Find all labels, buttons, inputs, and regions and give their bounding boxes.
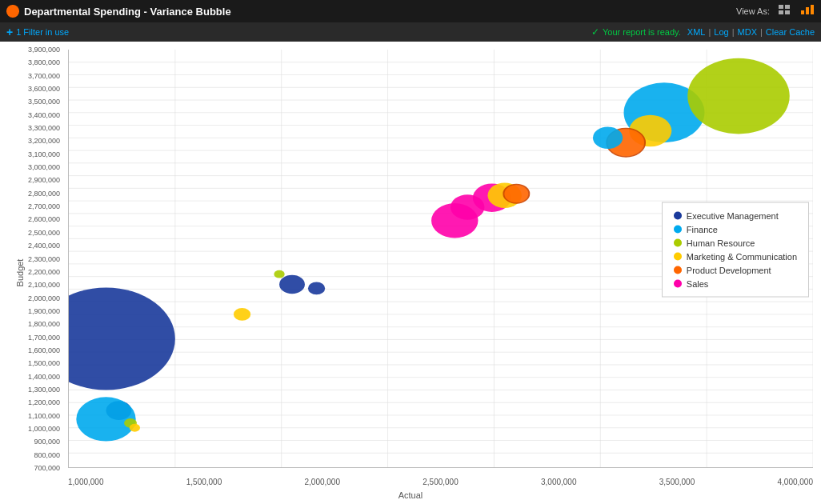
legend-dot-proddev [674, 266, 682, 274]
y-label-6: 3,300,000 [28, 124, 60, 132]
y-label-10: 2,900,000 [28, 176, 60, 184]
mdx-link[interactable]: MDX [738, 27, 757, 37]
legend-dot-exec [674, 212, 682, 220]
filter-right: ✓ Your report is ready. XML | Log | MDX … [591, 26, 815, 38]
svg-rect-5 [785, 10, 790, 14]
y-label-18: 2,100,000 [28, 281, 60, 289]
y-label-0: 3,900,000 [28, 46, 60, 54]
filter-bar: + 1 Filter in use ✓ Your report is ready… [0, 22, 821, 42]
legend-item-exec: Executive Management [674, 211, 797, 221]
y-label-21: 1,800,000 [28, 320, 60, 328]
svg-rect-2 [779, 5, 783, 9]
y-label-9: 3,000,000 [28, 163, 60, 171]
filter-left: + 1 Filter in use [6, 26, 69, 38]
legend-item-mktg: Marketing & Communication [674, 252, 797, 262]
xml-link[interactable]: XML [687, 27, 706, 37]
y-label-30: 900,000 [34, 438, 60, 446]
bubble-finance-small-top[interactable] [593, 127, 623, 150]
page-title: Departmental Spending - Variance Bubble [24, 6, 231, 18]
x-axis: 1,000,000 1,500,000 2,000,000 2,500,000 … [68, 478, 813, 486]
checkmark-icon: ✓ [591, 26, 599, 38]
svg-rect-3 [785, 5, 790, 9]
app-icon [6, 5, 19, 18]
legend: Executive Management Finance Human Resou… [662, 202, 809, 298]
y-label-19: 2,000,000 [28, 294, 60, 302]
x-label-6: 4,000,000 [778, 478, 814, 486]
svg-rect-8 [811, 5, 814, 14]
title-right: View As: [736, 4, 815, 18]
add-filter-icon[interactable]: + [6, 26, 13, 38]
legend-label-finance: Finance [687, 225, 718, 234]
y-label-15: 2,400,000 [28, 242, 60, 250]
filter-count[interactable]: 1 Filter in use [16, 27, 69, 37]
sep2: | [732, 27, 735, 37]
svg-rect-6 [801, 10, 804, 14]
legend-label-sales: Sales [687, 279, 709, 289]
y-label-1: 3,800,000 [28, 58, 60, 66]
legend-item-sales: Sales [674, 279, 797, 289]
chart-container: Budget [0, 42, 821, 504]
y-label-12: 2,700,000 [28, 202, 60, 210]
y-label-22: 1,700,000 [28, 334, 60, 342]
x-label-0: 1,000,000 [68, 478, 104, 486]
y-label-28: 1,100,000 [28, 412, 60, 420]
x-label-5: 3,500,000 [659, 478, 695, 486]
legend-dot-sales [674, 280, 682, 288]
legend-item-finance: Finance [674, 225, 797, 234]
y-label-20: 1,900,000 [28, 307, 60, 315]
y-label-3: 3,600,000 [28, 85, 60, 93]
y-label-29: 1,000,000 [28, 425, 60, 433]
title-left: Departmental Spending - Variance Bubble [6, 5, 231, 18]
bubble-exec-small2[interactable] [308, 282, 325, 295]
legend-dot-finance [674, 226, 682, 234]
y-label-2: 3,700,000 [28, 72, 60, 80]
svg-point-1 [10, 9, 15, 14]
y-label-5: 3,400,000 [28, 111, 60, 119]
y-label-26: 1,300,000 [28, 386, 60, 394]
y-label-31: 800,000 [34, 451, 60, 459]
legend-label-mktg: Marketing & Communication [687, 252, 797, 262]
legend-label-proddev: Product Development [687, 266, 771, 275]
y-label-25: 1,400,000 [28, 373, 60, 381]
bar-view-icon[interactable] [800, 4, 815, 18]
sep1: | [708, 27, 711, 37]
svg-rect-7 [806, 7, 809, 14]
x-label-1: 1,500,000 [186, 478, 222, 486]
y-label-32: 700,000 [34, 464, 60, 472]
view-as-label: View As: [736, 6, 770, 16]
clear-cache-link[interactable]: Clear Cache [766, 27, 815, 37]
y-axis-labels: 3,900,0003,800,0003,700,0003,600,0003,50… [0, 50, 64, 468]
y-label-16: 2,300,000 [28, 255, 60, 263]
y-label-17: 2,200,000 [28, 268, 60, 276]
legend-label-hr: Human Resource [687, 238, 755, 248]
report-ready-text: Your report is ready. [603, 27, 681, 37]
legend-item-proddev: Product Development [674, 266, 797, 275]
bubble-proddev-medium[interactable] [503, 184, 529, 203]
bubble-mktg-tiny-bottom[interactable] [130, 424, 140, 432]
bubble-hr-large[interactable] [687, 58, 790, 134]
legend-dot-mktg [674, 253, 682, 261]
y-label-27: 1,200,000 [28, 398, 60, 406]
y-label-11: 2,800,000 [28, 190, 60, 198]
sep3: | [760, 27, 763, 37]
x-label-4: 3,000,000 [541, 478, 577, 486]
bubble-exec-medium[interactable] [279, 275, 305, 294]
bubble-exec-large[interactable] [69, 287, 175, 390]
bubble-mktg-small[interactable] [234, 308, 250, 321]
legend-dot-hr [674, 239, 682, 247]
y-label-8: 3,100,000 [28, 150, 60, 158]
grid-view-icon[interactable] [778, 4, 792, 18]
y-label-7: 3,200,000 [28, 137, 60, 145]
y-label-13: 2,600,000 [28, 215, 60, 223]
y-label-23: 1,600,000 [28, 346, 60, 354]
y-label-24: 1,500,000 [28, 359, 60, 367]
log-link[interactable]: Log [714, 27, 728, 37]
legend-label-exec: Executive Management [687, 211, 779, 221]
title-bar: Departmental Spending - Variance Bubble … [0, 0, 821, 22]
x-axis-title: Actual [398, 490, 423, 500]
bubble-hr-tiny2[interactable] [274, 270, 284, 278]
svg-rect-4 [779, 10, 783, 14]
bubble-finance-large-bottom[interactable] [76, 397, 135, 441]
y-label-14: 2,500,000 [28, 229, 60, 237]
x-label-3: 2,500,000 [423, 478, 459, 486]
